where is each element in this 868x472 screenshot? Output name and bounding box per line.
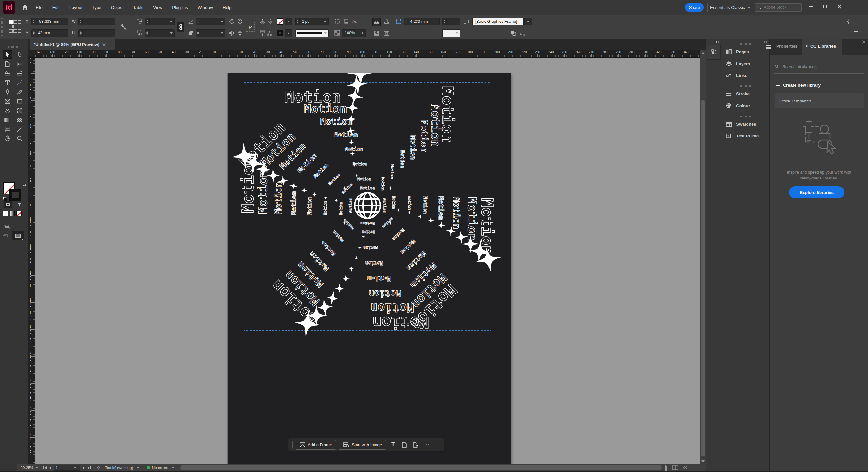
start-with-image-button[interactable]: Start with Image (339, 440, 386, 449)
flip-vertical-icon[interactable] (237, 30, 243, 36)
panel-grip[interactable] (8, 46, 20, 48)
direct-selection-tool[interactable] (15, 51, 24, 59)
menu-view[interactable]: View (148, 0, 167, 15)
close-tab-icon[interactable] (102, 43, 105, 46)
note-tool[interactable] (3, 125, 12, 133)
preflight-profile-dropdown[interactable]: [Basic] (working) (104, 466, 140, 470)
no-text-wrap-button[interactable] (372, 18, 380, 26)
tab-cc-libraries[interactable]: CC Libraries (806, 44, 836, 49)
fill-options-button[interactable] (285, 18, 292, 25)
wrap-jump-object-button[interactable] (382, 29, 391, 37)
dock-item-swatches[interactable]: Swatches (721, 118, 770, 130)
panel-grip[interactable] (1, 18, 3, 36)
first-page-button[interactable] (43, 466, 46, 469)
dock-item-links[interactable]: Links (721, 70, 770, 82)
scale-x-field[interactable] (145, 18, 175, 25)
shear-field[interactable] (196, 29, 225, 37)
rotation-field[interactable] (196, 18, 225, 25)
drop-shadow-icon[interactable] (343, 18, 350, 25)
add-frame-button[interactable]: Add a Frame (296, 440, 336, 449)
stroke-swatch-black[interactable] (277, 30, 283, 36)
stroke-type-dropdown[interactable] (295, 29, 329, 37)
stroke-weight-field[interactable]: 1 pt (295, 18, 329, 25)
create-new-library-button[interactable]: Create new library (776, 83, 820, 88)
collapse-dock-icon[interactable] (715, 40, 720, 44)
view-options-icon[interactable] (3, 233, 8, 238)
scale-y-field[interactable] (145, 29, 175, 37)
vertical-scrollbar[interactable] (700, 50, 706, 464)
h-field[interactable] (78, 29, 115, 37)
tab-properties[interactable]: Properties (776, 44, 798, 49)
selection-tool[interactable] (3, 51, 12, 59)
document-page[interactable]: MotionMotionMotionMotionMotionMotionMoti… (227, 73, 510, 464)
clear-overrides-icon[interactable] (511, 30, 517, 36)
restore-button[interactable] (818, 0, 832, 13)
apply-color-button[interactable] (3, 211, 8, 216)
vertical-scroll-thumb[interactable] (701, 100, 705, 456)
select-previous-object-icon[interactable] (259, 18, 266, 25)
zoom-tool[interactable] (15, 134, 24, 143)
previous-page-button[interactable] (49, 466, 51, 469)
select-content-icon[interactable] (259, 30, 266, 36)
expand-dock-icon[interactable] (862, 40, 866, 44)
select-parent-icon[interactable] (267, 30, 273, 36)
menu-object[interactable]: Object (106, 0, 128, 15)
explore-libraries-button[interactable]: Explore libraries (789, 186, 844, 199)
scroll-up-arrow[interactable] (702, 52, 705, 54)
resize-grip[interactable] (683, 466, 687, 469)
dock-item-text-to-image[interactable]: Text to Ima... (721, 130, 770, 142)
reference-point-proxy[interactable] (9, 20, 22, 33)
quick-apply-icon[interactable] (846, 19, 851, 25)
rotate-cw-icon[interactable] (228, 18, 235, 25)
fill-swatch-none[interactable] (277, 18, 283, 25)
frame-grid-icon[interactable] (4, 225, 10, 230)
collapsed-panel-icon[interactable] (707, 45, 721, 60)
close-button[interactable] (832, 0, 846, 13)
swap-fill-stroke-icon[interactable] (22, 182, 27, 187)
screen-mode-button[interactable] (11, 231, 24, 240)
formatting-affects-text-button[interactable]: T (16, 201, 24, 208)
spinner[interactable] (32, 30, 36, 37)
scissors-tool[interactable] (3, 106, 12, 115)
spinner[interactable] (404, 18, 408, 25)
page-number-field[interactable]: 1 (54, 465, 80, 471)
content-collector-tool[interactable] (3, 69, 12, 78)
spinner[interactable] (196, 30, 200, 37)
x-field[interactable]: -53.333 mm (31, 18, 68, 25)
menu-help[interactable]: Help (218, 0, 237, 15)
minimize-button[interactable] (804, 0, 818, 13)
free-transform-tool[interactable] (15, 106, 24, 115)
flip-horizontal-icon[interactable] (228, 30, 235, 36)
stroke-swatch[interactable] (10, 189, 21, 201)
menu-window[interactable]: Window (193, 0, 218, 15)
corner-options-icon[interactable] (334, 18, 341, 25)
object-style-dd-button[interactable] (524, 18, 532, 25)
select-container-icon[interactable]: P (246, 22, 255, 32)
vertical-ruler[interactable]: 1 001 02 03 04 05 06 07 08 09 01 0 01 1 … (28, 58, 35, 464)
document-tab[interactable]: *Untitled-1 @ 89% [GPU Preview] (30, 39, 115, 50)
menu-table[interactable]: Table (128, 0, 148, 15)
effects-fx-button[interactable]: fx. (352, 19, 357, 24)
horizontal-ruler[interactable]: 1401301201101009080706050403020100102030… (35, 50, 700, 58)
w-field[interactable] (78, 18, 115, 25)
wrap-offset-top-field[interactable]: 4.233 mm (404, 18, 440, 25)
eyedropper-tool[interactable] (15, 125, 24, 133)
spinner[interactable] (296, 18, 300, 25)
stock-templates-item[interactable]: Stock Templates (775, 93, 864, 108)
new-page-plus-button[interactable] (411, 440, 420, 449)
frame-swatch-dropdown[interactable] (442, 29, 460, 37)
library-search[interactable]: Search all libraries (774, 64, 864, 69)
constrain-wh-broken-link-icon[interactable] (120, 23, 127, 31)
wrap-offset-link-field[interactable] (442, 18, 460, 25)
select-next-object-icon[interactable] (267, 18, 273, 25)
preflight-icon[interactable] (96, 466, 101, 470)
stroke-options-button[interactable] (285, 29, 292, 37)
spinner[interactable] (442, 18, 447, 25)
adobe-stock-search[interactable] (755, 3, 802, 11)
spinner[interactable] (145, 18, 150, 25)
dock-item-stroke[interactable]: Stroke (721, 88, 770, 100)
more-options-icon[interactable] (423, 440, 431, 449)
spinner[interactable] (196, 18, 200, 25)
hand-tool[interactable] (3, 134, 12, 143)
add-text-button[interactable]: T (389, 440, 397, 449)
